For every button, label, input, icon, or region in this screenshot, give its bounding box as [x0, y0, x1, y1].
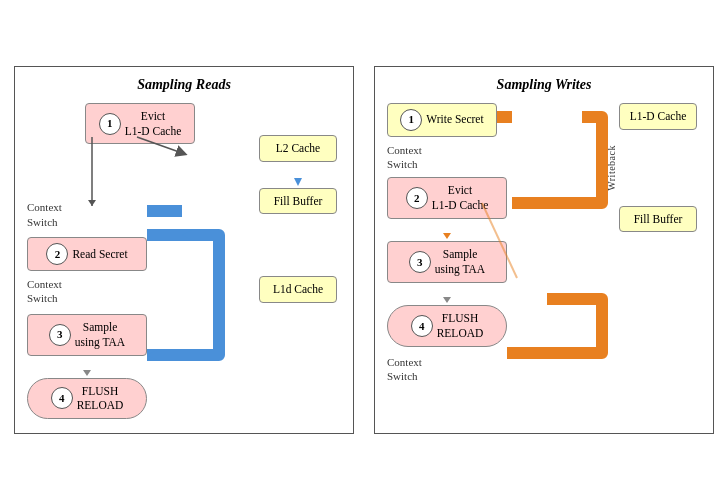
- right-title: Sampling Writes: [387, 77, 701, 93]
- left-l1dcache: L1d Cache: [259, 276, 337, 303]
- right-step3-box: 3 Sample using TAA: [387, 241, 507, 283]
- left-step4-line1: FLUSH: [77, 384, 124, 399]
- right-writeback-label: Writeback: [606, 145, 617, 191]
- left-diagram: Sampling Reads 1 Evict L1-D Cache: [14, 66, 354, 435]
- right-arrow3: [437, 285, 457, 303]
- left-step1-line1: Evict: [125, 109, 182, 124]
- right-diagram: Sampling Writes 1 Write Secret: [374, 66, 714, 435]
- left-step3-box: 3 Sample using TAA: [27, 314, 147, 356]
- right-fillbuffer: Fill Buffer: [619, 206, 697, 233]
- right-step1-line1: Write Secret: [426, 112, 483, 127]
- right-step2-box: 2 Evict L1-D Cache: [387, 177, 507, 219]
- main-container: Sampling Reads 1 Evict L1-D Cache: [4, 56, 724, 445]
- left-diagram-wrap: 1 Evict L1-D Cache Context Switch: [27, 103, 341, 420]
- right-context2: Context Switch: [387, 355, 422, 384]
- svg-marker-1: [294, 164, 302, 186]
- left-step2-line1: Read Secret: [72, 247, 127, 262]
- right-step3-line1: Sample: [435, 247, 485, 262]
- right-step2-line2: L1-D Cache: [432, 198, 489, 213]
- left-title: Sampling Reads: [27, 77, 341, 93]
- left-step2-box: 2 Read Secret: [27, 237, 147, 271]
- left-step4-box: 4 FLUSH RELOAD: [27, 378, 147, 420]
- left-step4-line2: RELOAD: [77, 398, 124, 413]
- left-l2cache: L2 Cache: [259, 135, 337, 162]
- left-arrow3: [77, 358, 97, 376]
- right-arrow2: [437, 221, 457, 239]
- left-fillbuffer: Fill Buffer: [259, 188, 337, 215]
- left-step3-line1: Sample: [75, 320, 125, 335]
- right-step4-line2: RELOAD: [437, 326, 484, 341]
- left-step3-num: 3: [49, 324, 71, 346]
- left-context2: Context Switch: [27, 277, 62, 306]
- right-step4-num: 4: [411, 315, 433, 337]
- right-step1-box: 1 Write Secret: [387, 103, 497, 137]
- right-step4-line1: FLUSH: [437, 311, 484, 326]
- right-step3-num: 3: [409, 251, 431, 273]
- left-context1: Context Switch: [27, 200, 62, 229]
- left-step4-num: 4: [51, 387, 73, 409]
- right-step1-num: 1: [400, 109, 422, 131]
- left-step1-line2: L1-D Cache: [125, 124, 182, 139]
- right-diagram-wrap: 1 Write Secret Context Switch 2: [387, 103, 701, 386]
- svg-marker-0: [83, 358, 91, 376]
- right-step2-line1: Evict: [432, 183, 489, 198]
- right-step4-box: 4 FLUSH RELOAD: [387, 305, 507, 347]
- left-blue-arrow1: [286, 164, 310, 186]
- left-step3-line2: using TAA: [75, 335, 125, 350]
- right-l1dcache: L1-D Cache: [619, 103, 697, 130]
- right-context1: Context Switch: [387, 143, 422, 172]
- left-step1-box: 1 Evict L1-D Cache: [85, 103, 195, 145]
- left-step1-num: 1: [99, 113, 121, 135]
- svg-marker-10: [443, 285, 451, 303]
- svg-marker-9: [443, 221, 451, 239]
- right-step3-line2: using TAA: [435, 262, 485, 277]
- left-step2-num: 2: [46, 243, 68, 265]
- right-step2-num: 2: [406, 187, 428, 209]
